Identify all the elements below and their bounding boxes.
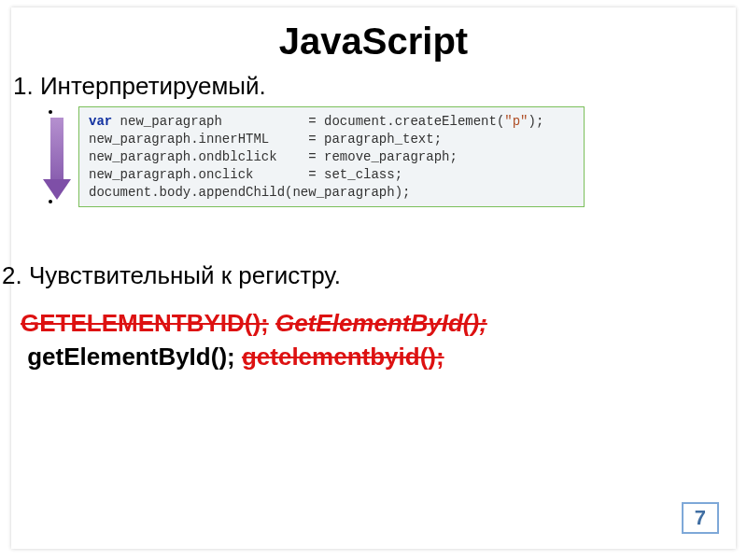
dot-icon: [49, 110, 52, 114]
page-number: 7: [682, 502, 719, 534]
case-examples: GETELEMENTBYID(); GetElementById(); getE…: [21, 307, 736, 372]
wrong-example: getelementbyid();: [242, 343, 444, 371]
dot-icon: [49, 200, 52, 203]
code-keyword: var: [89, 114, 112, 129]
slide-title: JavaScript: [11, 21, 736, 63]
code-line: document.body.appendChild(new_paragraph)…: [89, 185, 410, 200]
correct-example: getElementById();: [27, 343, 234, 371]
code-string: "p": [504, 114, 528, 129]
code-text: );: [529, 114, 544, 129]
slide: JavaScript 1. Интерпретируемый. var new_…: [11, 7, 736, 549]
code-snippet: var new_paragraph = document.createEleme…: [78, 106, 585, 207]
wrong-example: GetElementById();: [275, 309, 487, 337]
code-line: new_paragraph.ondblclick = remove_paragr…: [89, 149, 458, 164]
code-text: new_paragraph = document.createElement(: [112, 114, 504, 129]
code-line: new_paragraph.innerHTML = paragraph_text…: [89, 132, 442, 147]
wrong-example: GETELEMENTBYID();: [21, 309, 269, 337]
bullet-2: 2. Чувствительный к регистру.: [2, 261, 736, 290]
bullet-1: 1. Интерпретируемый.: [13, 72, 736, 101]
code-area: var new_paragraph = document.createEleme…: [49, 106, 736, 207]
arrow-down-icon: [43, 118, 71, 200]
code-line: new_paragraph.onclick = set_class;: [89, 167, 402, 182]
